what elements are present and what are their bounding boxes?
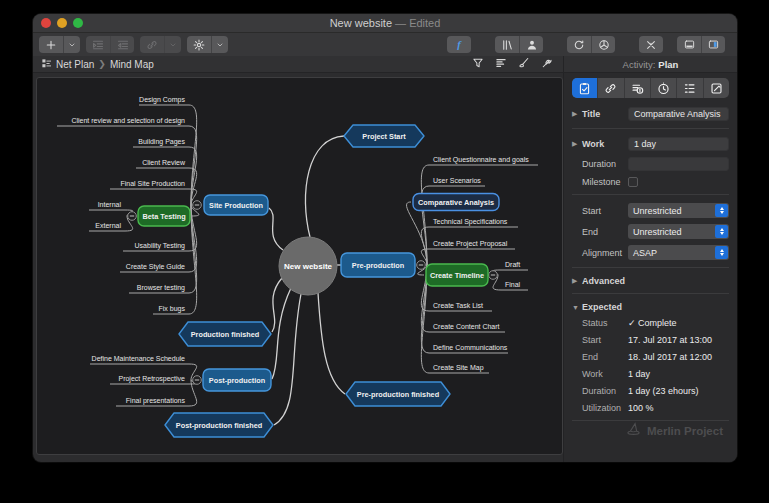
- mindmap-leaf[interactable]: Browser testing: [137, 284, 185, 292]
- mindmap-leaf[interactable]: Internal: [98, 201, 122, 208]
- mindmap-node-comparative-analysis[interactable]: Comparative Analysis: [413, 194, 499, 211]
- mindmap-root-node[interactable]: New website: [279, 237, 337, 295]
- titlebar: New website — Edited: [33, 14, 737, 33]
- collapse-button[interactable]: [193, 376, 202, 385]
- reports-pie-button[interactable]: [591, 36, 615, 53]
- chevron-down-button[interactable]: [63, 36, 80, 53]
- close-button[interactable]: [41, 18, 51, 28]
- mindmap-leaf[interactable]: Technical Specifications: [433, 218, 508, 226]
- inspector-panel: ▶ Title ▶ Work Duration Milestone: [563, 73, 737, 462]
- mindmap-leaf[interactable]: Building Pages: [138, 138, 185, 146]
- collapse-button[interactable]: [489, 271, 498, 280]
- panel-right-button[interactable]: [701, 36, 725, 53]
- mindmap-canvas[interactable]: Design CompsClient review and selection …: [36, 77, 563, 455]
- mindmap-leaf[interactable]: Fix bugs: [159, 305, 186, 313]
- collapse-button[interactable]: [193, 201, 202, 210]
- mindmap-node-production-finished[interactable]: Production finished: [179, 322, 271, 346]
- end-constraint-popup[interactable]: Unrestricted: [628, 224, 729, 239]
- mindmap-leaf[interactable]: Create Project Proposal: [433, 240, 508, 248]
- breadcrumb-view[interactable]: Net Plan: [56, 59, 94, 70]
- mindmap-leaf[interactable]: Define Communications: [433, 344, 508, 351]
- start-constraint-label: Start: [582, 206, 628, 216]
- svg-text:Create Timeline: Create Timeline: [430, 271, 484, 280]
- filter-funnel-button[interactable]: [472, 55, 484, 73]
- title-disclosure[interactable]: ▶: [572, 110, 582, 118]
- mindmap-leaf[interactable]: Design Comps: [139, 96, 185, 104]
- svg-text:Comparative Analysis: Comparative Analysis: [418, 198, 494, 207]
- inspector-tab-chain-link[interactable]: [597, 78, 623, 98]
- gear-button[interactable]: [187, 36, 211, 53]
- link-button[interactable]: [140, 36, 164, 53]
- mindmap-leaf[interactable]: Client Questionnaire and goals: [433, 156, 529, 164]
- inspector-tab-pencil-note[interactable]: [703, 78, 729, 98]
- indent-button[interactable]: [86, 36, 110, 53]
- advanced-label: Advanced: [582, 276, 625, 286]
- mindmap-leaf[interactable]: External: [95, 222, 121, 229]
- popup-stepper-icon: [715, 225, 728, 238]
- duration-input[interactable]: [628, 157, 729, 171]
- title-input[interactable]: [628, 107, 729, 121]
- collapse-button[interactable]: [128, 212, 137, 221]
- breadcrumb[interactable]: Net Plan ❯ Mind Map: [41, 58, 154, 71]
- work-disclosure[interactable]: ▶: [572, 140, 582, 148]
- mindmap-leaf[interactable]: Create Site Map: [433, 364, 484, 372]
- mindmap-leaf[interactable]: Draft: [505, 261, 520, 268]
- plus-button[interactable]: [39, 36, 63, 53]
- panel-bottom-button[interactable]: [677, 36, 701, 53]
- mindmap-leaf[interactable]: Define Maintenance Schedule: [92, 355, 186, 362]
- inspector-tab-fields-list[interactable]: [676, 78, 702, 98]
- outdent-button[interactable]: [110, 36, 134, 53]
- inspector-tab-clipboard-check[interactable]: [572, 78, 597, 98]
- library-button[interactable]: [495, 36, 519, 53]
- utilities-x-button[interactable]: [639, 36, 663, 53]
- inspector-tab-budget-coin[interactable]: [624, 78, 650, 98]
- chevron-down-button[interactable]: [211, 36, 228, 53]
- svg-text:Beta Testing: Beta Testing: [142, 212, 185, 221]
- mindmap-leaf[interactable]: Final presentations: [126, 397, 186, 405]
- mindmap-node-beta-testing[interactable]: Beta Testing: [138, 206, 190, 226]
- format-brush-button[interactable]: [518, 55, 530, 73]
- mindmap-leaf[interactable]: Project Retrospective: [118, 375, 185, 383]
- alignment-popup[interactable]: ASAP: [628, 245, 729, 260]
- mindmap-leaf[interactable]: User Scenarios: [433, 177, 481, 184]
- mindmap-leaf[interactable]: Final Site Production: [120, 180, 185, 187]
- mindmap-node-create-timeline[interactable]: Create Timeline: [426, 264, 488, 286]
- mindmap-leaf[interactable]: Create Content Chart: [433, 323, 500, 330]
- breadcrumb-subview[interactable]: Mind Map: [110, 59, 154, 70]
- mindmap-node-project-start[interactable]: Project Start: [344, 125, 424, 147]
- toolbar-left: [39, 36, 234, 53]
- settings-wrench-button[interactable]: [541, 55, 553, 73]
- mindmap-leaf[interactable]: Create Task List: [433, 302, 483, 309]
- mindmap-node-pre-production-finished[interactable]: Pre-production finished: [346, 382, 450, 406]
- mindmap-leaf[interactable]: Usability Testing: [135, 242, 186, 250]
- mindmap-svg: Design CompsClient review and selection …: [37, 78, 562, 454]
- zoom-button[interactable]: [73, 18, 83, 28]
- align-list-button[interactable]: [495, 55, 507, 73]
- expected-row: Utilization100 %: [572, 403, 729, 413]
- work-input[interactable]: [628, 137, 729, 151]
- mindmap-node-pre-production[interactable]: Pre-production: [341, 253, 415, 277]
- mindmap-leaf[interactable]: Final: [505, 281, 521, 288]
- advanced-disclosure[interactable]: ▶: [572, 277, 582, 285]
- inspector-tab-clock[interactable]: [650, 78, 676, 98]
- styles-f-button[interactable]: f: [447, 36, 471, 53]
- mindmap-leaf[interactable]: Create Style Guide: [126, 263, 185, 271]
- sync-button[interactable]: [567, 36, 591, 53]
- mindmap-leaf[interactable]: Client Review: [142, 159, 186, 166]
- path-bar: Net Plan ❯ Mind Map: [33, 56, 563, 72]
- mindmap-node-post-production-finished[interactable]: Post-production finished: [165, 413, 273, 437]
- expected-disclosure[interactable]: ▼: [572, 304, 582, 311]
- mindmap-node-post-production[interactable]: Post-production: [203, 369, 271, 391]
- collapse-button[interactable]: [417, 261, 426, 270]
- minimize-button[interactable]: [57, 18, 67, 28]
- activity-header: Activity:Plan: [563, 56, 737, 72]
- milestone-checkbox[interactable]: [628, 177, 638, 187]
- chevron-down-button[interactable]: [164, 36, 181, 53]
- person-button[interactable]: [519, 36, 543, 53]
- view-tools: [472, 55, 553, 73]
- start-constraint-popup[interactable]: Unrestricted: [628, 203, 729, 218]
- mindmap-node-site-production[interactable]: Site Production: [204, 195, 268, 215]
- expected-row: Work1 day: [572, 369, 729, 379]
- mindmap-leaf[interactable]: Client review and selection of design: [71, 117, 185, 125]
- branch-link-post-production-finished: [274, 294, 301, 425]
